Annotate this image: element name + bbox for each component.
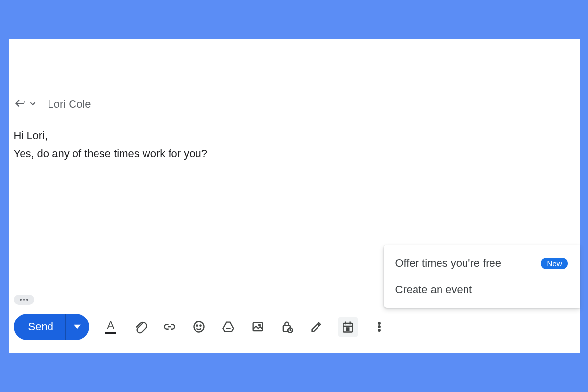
signature-button[interactable] <box>309 319 324 335</box>
lock-clock-icon <box>280 320 294 334</box>
body-line: Hi Lori, <box>14 126 575 145</box>
paperclip-icon <box>133 320 147 334</box>
send-label: Send <box>14 314 66 340</box>
body-line: Yes, do any of these times work for you? <box>14 145 575 163</box>
more-options-button[interactable] <box>371 319 387 335</box>
chevron-down-icon <box>27 98 38 111</box>
image-icon <box>251 320 265 334</box>
header-spacer <box>9 39 580 88</box>
svg-point-1 <box>196 325 197 326</box>
calendar-button[interactable] <box>338 317 358 337</box>
menu-item-label: Create an event <box>395 283 472 296</box>
svg-rect-9 <box>347 328 349 330</box>
svg-point-0 <box>194 322 204 332</box>
create-event-menu-item[interactable]: Create an event <box>384 276 580 303</box>
svg-point-4 <box>259 324 260 326</box>
confidential-mode-button[interactable] <box>279 319 295 335</box>
calendar-icon <box>341 320 355 334</box>
text-format-icon: A <box>107 320 115 331</box>
new-badge: New <box>541 258 567 269</box>
calendar-popup-menu: Offer times you're free New Create an ev… <box>384 245 580 308</box>
insert-link-button[interactable] <box>162 319 177 335</box>
compose-window: Lori Cole Hi Lori, Yes, do any of these … <box>9 39 580 353</box>
recipient-row: Lori Cole <box>9 88 580 118</box>
more-vert-icon <box>372 320 386 334</box>
compose-toolbar: Send A <box>9 305 580 353</box>
menu-item-label: Offer times you're free <box>395 257 502 270</box>
pen-icon <box>310 320 323 334</box>
send-options-button[interactable] <box>66 323 89 330</box>
reply-type-button[interactable] <box>14 97 38 112</box>
show-trimmed-content-button[interactable] <box>14 295 34 305</box>
offer-times-menu-item[interactable]: Offer times you're free New <box>384 250 580 276</box>
insert-image-button[interactable] <box>250 319 266 335</box>
emoji-icon <box>192 320 206 334</box>
insert-drive-button[interactable] <box>220 319 236 335</box>
svg-point-10 <box>378 322 381 325</box>
formatting-button[interactable]: A <box>103 319 119 335</box>
svg-rect-3 <box>253 323 263 331</box>
reply-arrow-icon <box>14 97 26 112</box>
drive-icon <box>221 320 235 334</box>
svg-point-11 <box>378 326 381 328</box>
svg-point-12 <box>378 329 381 332</box>
attach-file-button[interactable] <box>132 319 148 335</box>
svg-point-2 <box>200 325 201 326</box>
send-button[interactable]: Send <box>14 314 89 340</box>
recipient-name[interactable]: Lori Cole <box>48 98 91 111</box>
link-icon <box>163 320 176 334</box>
insert-emoji-button[interactable] <box>191 319 207 335</box>
